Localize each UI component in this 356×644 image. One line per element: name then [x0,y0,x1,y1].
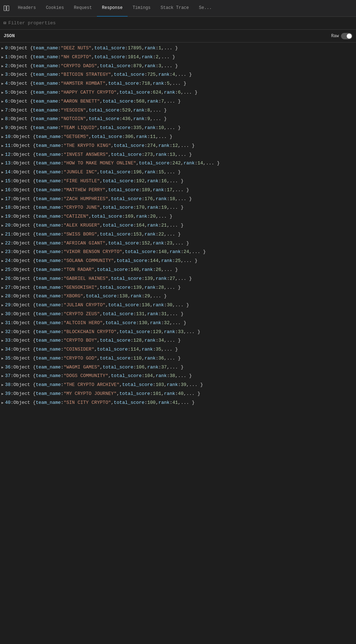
list-item: ▶20: Object { team_name: "ALEX KRUGER", … [0,221,356,230]
list-item: ▶39: Object { team_name: "MY CRYPTO JOUR… [0,390,356,398]
svg-rect-0 [4,6,6,11]
list-item: ▶32: Object { team_name: "BLOCKCHAIN CRY… [0,328,356,337]
list-item: ▶16: Object { team_name: "MATTHEW PERRY"… [0,186,356,195]
expand-arrow[interactable]: ▶ [1,125,4,131]
expand-arrow[interactable]: ▶ [1,46,4,51]
list-item: ▶21: Object { team_name: "SWISS BORG", t… [0,230,356,239]
list-item: ▶1: Object { team_name: "NH CRIPTO", tot… [0,53,356,62]
list-item: ▶38: Object { team_name: "THE CRYPTO ARC… [0,381,356,390]
expand-arrow[interactable]: ▶ [1,373,4,379]
list-item: ▶8: Object { team_name: "NOTCOIN", total… [0,115,356,124]
expand-arrow[interactable]: ▶ [1,338,4,344]
list-item: ▶33: Object { team_name: "CRYPTO BOY", t… [0,336,356,345]
list-item: ▶0: Object { team_name: "DEEZ NUTS", tot… [0,44,356,53]
expand-arrow[interactable]: ▶ [1,161,4,167]
list-item: ▶3: Object { team_name: "BITCOIN STRATEG… [0,70,356,79]
json-label: JSON [4,33,15,39]
list-item: ▶6: Object { team_name: "AARON BENETT", … [0,97,356,106]
expand-arrow[interactable]: ▶ [1,152,4,158]
tab-cookies[interactable]: Cookies [41,0,69,17]
expand-arrow[interactable]: ▶ [1,258,4,264]
expand-arrow[interactable]: ▶ [1,90,4,96]
filter-bar: ⊟ [0,17,356,30]
expand-arrow[interactable]: ▶ [1,179,4,184]
expand-arrow[interactable]: ▶ [1,223,4,229]
expand-arrow[interactable]: ▶ [1,285,4,291]
expand-arrow[interactable]: ▶ [1,356,4,362]
expand-arrow[interactable]: ▶ [1,294,4,299]
expand-arrow[interactable]: ▶ [1,249,4,255]
expand-arrow[interactable]: ▶ [1,134,4,140]
list-item: ▶17: Object { team_name: "ZACH HUMPHRIES… [0,195,356,204]
expand-arrow[interactable]: ▶ [1,170,4,175]
list-item: ▶25: Object { team_name: "TON RADAR", to… [0,266,356,274]
expand-arrow[interactable]: ▶ [1,108,4,114]
expand-arrow[interactable]: ▶ [1,143,4,149]
list-item: ▶18: Object { team_name: "CRYPTO JUNE", … [0,203,356,212]
list-item: ▶13: Object { team_name: "HOW TO MAKE MO… [0,159,356,168]
tab-timings[interactable]: Timings [128,0,155,17]
list-item: ▶7: Object { team_name: "YESCOIN", total… [0,106,356,115]
list-item: ▶34: Object { team_name: "COINSIDER", to… [0,345,356,354]
expand-arrow[interactable]: ▶ [1,117,4,122]
tab-bar: Headers Cookies Request Response Timings… [0,0,356,17]
list-item: ▶27: Object { team_name: "GENSOKISHI", t… [0,283,356,292]
list-item: ▶22: Object { team_name: "AFRICAN GIANT"… [0,239,356,248]
raw-label: Raw [331,34,339,39]
expand-arrow[interactable]: ▶ [1,391,4,397]
expand-arrow[interactable]: ▶ [1,188,4,193]
expand-arrow[interactable]: ▶ [1,330,4,335]
svg-rect-1 [7,6,9,11]
expand-arrow[interactable]: ▶ [1,347,4,353]
list-item: ▶5: Object { team_name: "HAPPY CATTY CRY… [0,88,356,97]
list-item: ▶2: Object { team_name: "CRYPTO DADS", t… [0,62,356,71]
tab-headers[interactable]: Headers [13,0,41,17]
expand-arrow[interactable]: ▶ [1,72,4,78]
filter-input[interactable] [8,20,352,26]
list-item: ▶24: Object { team_name: "SOLANA COMMUNI… [0,257,356,266]
list-item: ▶9: Object { team_name: "TEAM LIQUID", t… [0,124,356,133]
list-item: ▶30: Object { team_name: "CRYPTO ZEUS", … [0,310,356,319]
tab-stack-trace[interactable]: Stack Trace [155,0,194,17]
tab-settings[interactable]: Se... [194,0,217,17]
list-item: ▶4: Object { team_name: "HAMSTER KOMBAT"… [0,79,356,88]
expand-arrow[interactable]: ▶ [1,321,4,326]
expand-arrow[interactable]: ▶ [1,214,4,220]
json-content: ▶0: Object { team_name: "DEEZ NUTS", tot… [0,43,356,409]
list-item: ▶28: Object { team_name: "XBORG", total_… [0,292,356,301]
expand-arrow[interactable]: ▶ [1,400,4,406]
list-item: ▶19: Object { team_name: "CATIZEN", tota… [0,212,356,221]
expand-arrow[interactable]: ▶ [1,232,4,238]
expand-arrow[interactable]: ▶ [1,99,4,105]
tab-request[interactable]: Request [69,0,97,17]
list-item: ▶12: Object { team_name: "INVEST ANSWERS… [0,150,356,159]
raw-toggle-switch[interactable] [341,33,352,39]
expand-arrow[interactable]: ▶ [1,312,4,317]
filter-icon: ⊟ [4,20,6,26]
expand-arrow[interactable]: ▶ [1,267,4,273]
list-item: ▶11: Object { team_name: "THE KRYPTO KIN… [0,142,356,150]
expand-arrow[interactable]: ▶ [1,197,4,202]
list-item: ▶36: Object { team_name: "WAGMI GAMES", … [0,363,356,372]
expand-arrow[interactable]: ▶ [1,276,4,282]
expand-arrow[interactable]: ▶ [1,55,4,60]
list-item: ▶14: Object { team_name: "JUNGLE INC", t… [0,168,356,177]
list-item: ▶10: Object { team_name: "GETGEMS", tota… [0,133,356,142]
list-item: ▶29: Object { team_name: "JULIAN CRYPTO"… [0,301,356,310]
expand-arrow[interactable]: ▶ [1,365,4,371]
expand-arrow[interactable]: ▶ [1,382,4,388]
tab-response[interactable]: Response [97,0,128,17]
json-header: JSON Raw [0,30,356,43]
list-item: ▶40: Object { team_name: "SIN CITY CRYPT… [0,398,356,407]
panel-toggle-button[interactable] [1,3,11,13]
expand-arrow[interactable]: ▶ [1,64,4,69]
list-item: ▶23: Object { team_name: "VIKOR BENSON C… [0,248,356,257]
list-item: ▶35: Object { team_name: "CRYPTO GOD", t… [0,354,356,363]
expand-arrow[interactable]: ▶ [1,241,4,247]
expand-arrow[interactable]: ▶ [1,81,4,87]
list-item: ▶26: Object { team_name: "GABRIEL HAINES… [0,274,356,283]
expand-arrow[interactable]: ▶ [1,205,4,211]
expand-arrow[interactable]: ▶ [1,303,4,308]
raw-toggle: Raw [331,33,352,39]
list-item: ▶15: Object { team_name: "FIRE HUSTLE", … [0,177,356,186]
